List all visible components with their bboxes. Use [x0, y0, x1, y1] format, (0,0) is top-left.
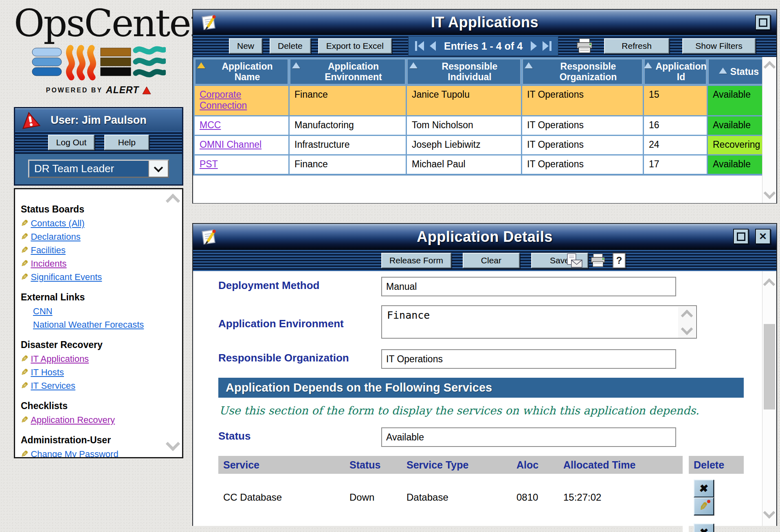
column-header-responsible-organization[interactable]: Responsible Organization	[522, 59, 643, 85]
printer-icon[interactable]	[575, 37, 594, 55]
textarea-scroll-icons[interactable]	[678, 307, 695, 338]
column-header-application-name[interactable]: Application Name	[195, 59, 288, 85]
column-header-delete: Delete	[689, 456, 744, 474]
cell-actions: ✖ ✎	[689, 518, 744, 532]
email-export-icon[interactable]	[566, 253, 583, 268]
sidebar-link-it-services[interactable]: IT Services	[31, 379, 75, 392]
show-filters-button[interactable]: Show Filters	[682, 38, 756, 54]
cell-aloc: 0810	[512, 474, 558, 518]
services-table: Service Status Service Type Aloc Allocat…	[218, 456, 744, 532]
alert-triangle-icon	[142, 86, 151, 94]
column-header-status[interactable]: Status	[708, 59, 770, 85]
maximize-icon[interactable]	[733, 229, 749, 244]
application-environment-field[interactable]: Finance	[381, 305, 697, 339]
deployment-method-field[interactable]	[381, 277, 676, 296]
sidebar-link-significant-events[interactable]: Significant Events	[31, 270, 102, 284]
application-environment-row: Application Environment Finance	[218, 305, 776, 340]
pencil-icon: ✎	[21, 379, 28, 392]
details-titlebar: Application Details ✕	[193, 224, 776, 250]
sidebar-link-it-hosts[interactable]: IT Hosts	[31, 366, 64, 379]
status-badge: Recovering	[708, 136, 770, 154]
scroll-up-icon[interactable]	[764, 61, 776, 73]
delete-service-icon[interactable]: ✖	[694, 479, 714, 497]
logout-button[interactable]: Log Out	[48, 135, 95, 150]
delete-button[interactable]: Delete	[270, 38, 311, 54]
prev-page-icon[interactable]	[430, 41, 436, 51]
sidebar-link-declarations[interactable]: Declarations	[31, 230, 80, 243]
status-field[interactable]	[381, 427, 676, 447]
printer-icon[interactable]	[589, 253, 607, 268]
header-spacer	[683, 456, 689, 474]
cell-responsible-individual: Tom Nicholson	[407, 116, 521, 135]
first-page-icon[interactable]	[415, 41, 424, 51]
next-page-icon[interactable]	[531, 41, 537, 51]
application-link[interactable]: PST	[200, 159, 218, 169]
entries-label: Entries 1 - 4 of 4	[444, 40, 523, 52]
details-window-title: Application Details	[193, 228, 776, 245]
last-page-icon[interactable]	[543, 41, 551, 51]
cell-allocated-time: 15:27:20	[558, 518, 683, 532]
clear-button[interactable]: Clear	[463, 253, 520, 268]
delete-service-icon[interactable]: ✖	[694, 523, 714, 532]
sort-asc-icon	[197, 62, 205, 68]
status-badge: Available	[708, 86, 770, 115]
application-environment-label: Application Environment	[218, 305, 381, 330]
scroll-down-icon[interactable]	[168, 439, 178, 451]
apps-header-row: Application Name Application Environment…	[195, 59, 770, 85]
responsible-organization-field[interactable]	[381, 349, 676, 369]
cell-responsible-organization: IT Operations	[522, 86, 643, 115]
apps-table-area: Application Name Application Environment…	[193, 57, 776, 203]
sidebar-item-declarations: ✎ Declarations	[21, 230, 176, 243]
scroll-down-icon[interactable]	[681, 323, 693, 335]
role-selected-value: DR Team Leader	[29, 161, 148, 177]
sort-icon	[644, 62, 652, 68]
cell-responsible-individual: Janice Tupolu	[407, 86, 521, 115]
table-row: Corporate Connection Finance Janice Tupo…	[195, 86, 770, 115]
column-header-application-id[interactable]: Application Id	[644, 59, 707, 85]
refresh-button[interactable]: Refresh	[604, 38, 669, 54]
help-button[interactable]: Help	[104, 135, 149, 150]
details-scrollbar[interactable]	[762, 271, 776, 526]
close-icon[interactable]: ✕	[755, 229, 771, 244]
status-badge: Available	[708, 116, 770, 135]
table-row: OMNI Channel Infrastructure Joseph Liebi…	[195, 136, 770, 154]
column-header-application-environment[interactable]: Application Environment	[290, 59, 406, 85]
application-link[interactable]: MCC	[200, 120, 221, 130]
sidebar-link-cnn[interactable]: CNN	[33, 304, 53, 318]
application-link[interactable]: Corporate Connection	[200, 89, 247, 111]
pencil-icon: ✎	[21, 447, 28, 458]
section-heading-status-boards: Status Boards	[21, 204, 176, 215]
role-dropdown[interactable]: DR Team Leader	[28, 160, 169, 178]
chevron-down-icon[interactable]	[148, 161, 168, 177]
new-button[interactable]: New	[229, 38, 262, 54]
sidebar-link-change-my-password[interactable]: Change My Password	[31, 447, 118, 458]
scroll-up-icon[interactable]	[681, 310, 693, 322]
cell-service-type: Database	[402, 474, 512, 518]
instruction-text: Use this section of the form to display …	[219, 404, 776, 417]
application-link[interactable]: OMNI Channel	[200, 139, 261, 150]
scrollbar-thumb[interactable]	[764, 324, 775, 409]
sidebar-link-incidents[interactable]: Incidents	[31, 257, 66, 270]
export-to-excel-button[interactable]: Export to Excel	[318, 38, 392, 54]
scroll-up-icon[interactable]	[168, 196, 178, 208]
sidebar-link-application-recovery[interactable]: Application Recovery	[31, 413, 115, 427]
sidebar-link-contacts-all[interactable]: Contacts (All)	[31, 217, 84, 230]
help-icon[interactable]: ?	[613, 253, 626, 268]
column-header-responsible-individual[interactable]: Responsible Individual	[407, 59, 521, 85]
cell-aloc: 0810	[512, 518, 558, 532]
cell-application-id: 24	[644, 136, 707, 154]
opscenter-logo: OpsCenter	[14, 5, 183, 42]
cell-application-id: 17	[644, 155, 707, 174]
maximize-icon[interactable]	[755, 15, 771, 30]
sidebar-link-national-weather-forecasts[interactable]: National Weather Forecasts	[33, 318, 144, 331]
scroll-down-icon[interactable]	[763, 507, 776, 519]
edit-service-icon[interactable]: ✎	[694, 497, 714, 515]
sidebar-item-contacts-all: ✎ Contacts (All)	[21, 217, 176, 230]
apps-scrollbar[interactable]	[762, 57, 776, 203]
release-form-button[interactable]: Release Form	[381, 253, 451, 268]
scroll-up-icon[interactable]	[763, 278, 776, 291]
sort-icon	[525, 62, 533, 68]
scroll-down-icon[interactable]	[764, 187, 776, 199]
sidebar-link-facilities[interactable]: Facilities	[31, 243, 66, 257]
sidebar-link-it-applications[interactable]: IT Applications	[31, 352, 89, 366]
